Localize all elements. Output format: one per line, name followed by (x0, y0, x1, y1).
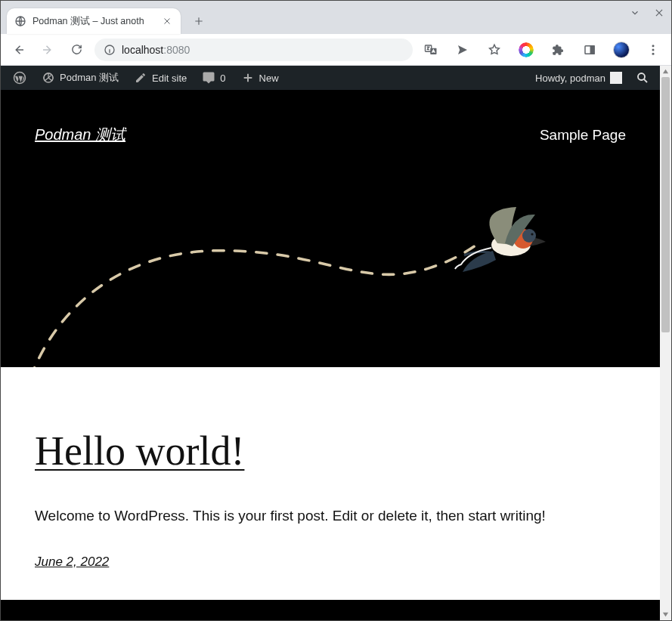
tab-strip: Podman 测试 – Just anoth (1, 1, 671, 34)
url-port: :8080 (163, 44, 190, 56)
site-info-icon[interactable] (104, 44, 116, 56)
bird-icon (452, 198, 558, 281)
dashed-trail-icon (1, 168, 660, 367)
wordpress-logo-icon (13, 71, 26, 85)
minimize-dropdown-icon[interactable] (627, 5, 643, 20)
search-icon (636, 71, 649, 85)
comment-bubble-icon (202, 71, 215, 85)
vertical-scrollbar[interactable] (660, 66, 671, 620)
tab-title: Podman 测试 – Just anoth (33, 15, 155, 28)
send-icon[interactable] (452, 39, 473, 60)
globe-icon (14, 15, 26, 27)
wp-comments[interactable]: 0 (194, 66, 233, 90)
wp-site-menu[interactable]: Podman 测试 (34, 66, 126, 90)
toolbar-right (420, 39, 664, 60)
wp-new-label: New (259, 73, 279, 84)
bookmark-star-icon[interactable] (484, 39, 505, 60)
scroll-up-arrow-icon[interactable] (660, 66, 671, 77)
google-lens-icon[interactable] (516, 39, 537, 60)
wp-new[interactable]: New (234, 66, 286, 90)
dashboard-gauge-icon (42, 71, 55, 85)
post-date-link[interactable]: June 2, 2022 (35, 555, 109, 570)
site-header: Podman 测试 Sample Page (1, 90, 660, 168)
url-text: localhost:8080 (122, 44, 404, 56)
profile-avatar-icon[interactable] (611, 39, 632, 60)
menu-kebab-icon[interactable] (643, 39, 664, 60)
post-excerpt: Welcome to WordPress. This is your first… (35, 508, 626, 524)
site-body: Podman 测试 Sample Page (1, 90, 660, 600)
forward-button[interactable] (37, 39, 58, 60)
close-tab-icon[interactable] (161, 15, 173, 27)
url-host: localhost (122, 44, 163, 56)
site-title-link[interactable]: Podman 测试 (35, 125, 125, 145)
page-viewport: Podman 测试 Edit site (1, 66, 671, 620)
wp-logo-menu[interactable] (5, 66, 34, 90)
new-tab-button[interactable] (188, 11, 209, 32)
post-title-link[interactable]: Hello world! (35, 428, 626, 474)
wp-user-menu[interactable]: Howdy, podman (528, 66, 630, 90)
svg-point-7 (652, 48, 655, 51)
svg-point-11 (638, 73, 645, 80)
wp-search[interactable] (630, 66, 655, 90)
pencil-icon (134, 71, 147, 85)
back-button[interactable] (8, 39, 29, 60)
wp-comments-count: 0 (220, 73, 225, 84)
address-bar[interactable]: localhost:8080 (94, 39, 413, 61)
wp-site-name: Podman 测试 (60, 71, 119, 85)
wp-greeting: Howdy, podman (535, 73, 605, 84)
plus-icon (241, 71, 255, 85)
nav-sample-page[interactable]: Sample Page (540, 127, 626, 144)
user-avatar-icon (610, 72, 622, 84)
browser-toolbar: localhost:8080 (1, 34, 671, 66)
scroll-down-arrow-icon[interactable] (660, 609, 671, 620)
translate-icon[interactable] (420, 39, 441, 60)
svg-point-8 (652, 52, 655, 54)
wp-admin-bar: Podman 测试 Edit site (1, 66, 660, 90)
scrollbar-thumb[interactable] (661, 77, 670, 332)
svg-point-14 (522, 229, 536, 243)
svg-rect-5 (591, 45, 595, 54)
browser-tab[interactable]: Podman 测试 – Just anoth (7, 8, 181, 34)
wp-edit-site-label: Edit site (152, 73, 187, 84)
close-window-icon[interactable] (652, 5, 667, 20)
browser-window: Podman 测试 – Just anoth (0, 0, 672, 621)
hero-image (1, 168, 660, 367)
post-card: Hello world! Welcome to WordPress. This … (1, 367, 660, 600)
svg-point-6 (652, 45, 655, 47)
side-panel-icon[interactable] (579, 39, 600, 60)
reload-button[interactable] (66, 39, 87, 60)
wp-edit-site[interactable]: Edit site (126, 66, 194, 90)
window-controls (627, 5, 667, 20)
scrollbar-track[interactable] (660, 77, 671, 609)
svg-point-15 (531, 233, 533, 235)
extensions-icon[interactable] (547, 39, 568, 60)
